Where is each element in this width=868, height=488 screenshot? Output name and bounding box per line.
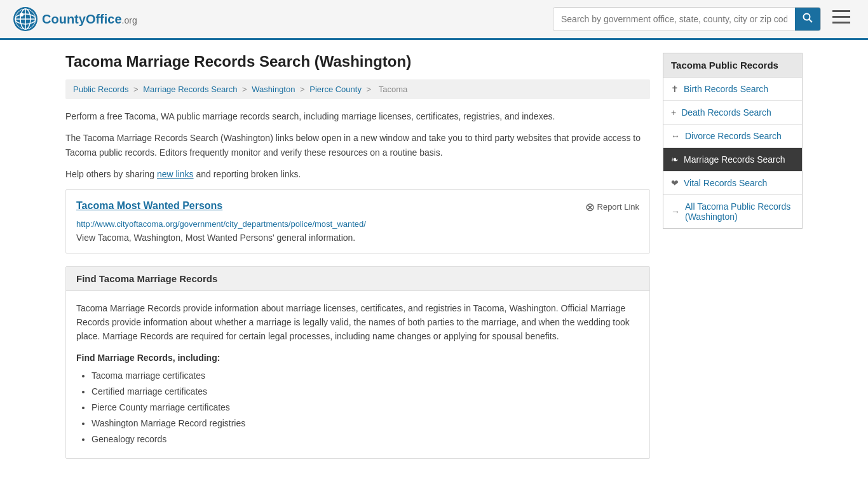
list-item: Tacoma marriage certificates — [92, 368, 639, 384]
record-title[interactable]: Tacoma Most Wanted Persons — [76, 200, 222, 212]
description-1: Perform a free Tacoma, WA public marriag… — [65, 109, 650, 123]
arrow-icon: → — [671, 207, 680, 217]
logo-area: CountyOffice.org — [13, 6, 137, 32]
list-item: Washington Marriage Record registries — [92, 416, 639, 431]
list-item: Genealogy records — [92, 431, 639, 447]
sidebar-item-vital-records: ❤ Vital Records Search — [663, 172, 802, 195]
rings-icon: ❧ — [671, 154, 679, 165]
find-section-body: Tacoma Marriage Records provide informat… — [66, 291, 649, 458]
arrows-icon: ↔ — [671, 131, 680, 141]
hamburger-icon — [832, 10, 850, 24]
breadcrumb-sep-1: > — [133, 85, 140, 94]
plus-icon: + — [671, 107, 676, 118]
list-item: Certified marriage certificates — [92, 384, 639, 400]
svg-line-8 — [809, 19, 812, 22]
report-link-button[interactable]: ⊗ Report Link — [585, 200, 639, 214]
person-icon: ✝ — [671, 84, 679, 94]
breadcrumb-sep-3: > — [300, 85, 307, 94]
site-header: CountyOffice.org — [0, 0, 868, 40]
sidebar-list: ✝ Birth Records Search + Death Records S… — [663, 77, 803, 229]
sidebar-link-birth-records[interactable]: ✝ Birth Records Search — [663, 78, 802, 100]
breadcrumb: Public Records > Marriage Records Search… — [65, 79, 650, 99]
main-container: Tacoma Marriage Records Search (Washingt… — [53, 40, 815, 471]
record-header: Tacoma Most Wanted Persons ⊗ Report Link — [76, 200, 639, 214]
search-button[interactable] — [795, 8, 820, 30]
heart-icon: ❤ — [671, 178, 679, 188]
breadcrumb-sep-4: > — [367, 85, 374, 94]
breadcrumb-marriage-records-search[interactable]: Marriage Records Search — [143, 85, 237, 94]
sidebar-item-death-records: + Death Records Search — [663, 101, 802, 125]
breadcrumb-pierce-county[interactable]: Pierce County — [309, 85, 362, 94]
find-section-header: Find Tacoma Marriage Records — [66, 267, 649, 291]
list-item: Pierce County marriage certificates — [92, 400, 639, 416]
record-description: View Tacoma, Washington, Most Wanted Per… — [76, 233, 639, 243]
record-entry: Tacoma Most Wanted Persons ⊗ Report Link… — [65, 189, 650, 254]
sidebar-item-divorce-records: ↔ Divorce Records Search — [663, 125, 802, 148]
content-area: Tacoma Marriage Records Search (Washingt… — [65, 53, 650, 459]
breadcrumb-tacoma: Tacoma — [379, 85, 408, 94]
header-right — [553, 7, 855, 31]
report-link-icon: ⊗ — [585, 200, 595, 214]
sidebar-title: Tacoma Public Records — [663, 53, 803, 77]
sidebar: Tacoma Public Records ✝ Birth Records Se… — [663, 53, 803, 459]
find-list: Tacoma marriage certificates Certified m… — [76, 368, 639, 448]
sidebar-item-all-records: → All Tacoma Public Records (Washington) — [663, 195, 802, 228]
find-section: Find Tacoma Marriage Records Tacoma Marr… — [65, 266, 650, 459]
svg-point-6 — [20, 13, 24, 17]
breadcrumb-sep-2: > — [242, 85, 249, 94]
breadcrumb-washington[interactable]: Washington — [252, 85, 295, 94]
menu-button[interactable] — [827, 8, 855, 30]
new-links-link[interactable]: new links — [157, 169, 194, 179]
page-title: Tacoma Marriage Records Search (Washingt… — [65, 53, 650, 71]
svg-rect-11 — [832, 22, 850, 24]
description-2: The Tacoma Marriage Records Search (Wash… — [65, 131, 650, 159]
search-input[interactable] — [553, 9, 795, 29]
sidebar-link-all-records[interactable]: → All Tacoma Public Records (Washington) — [663, 195, 802, 228]
find-label: Find Marriage Records, including: — [76, 353, 639, 363]
sidebar-link-divorce-records[interactable]: ↔ Divorce Records Search — [663, 125, 802, 147]
svg-rect-10 — [832, 16, 850, 18]
breadcrumb-public-records[interactable]: Public Records — [73, 85, 128, 94]
logo-icon — [13, 6, 38, 32]
logo-text: CountyOffice.org — [42, 12, 137, 27]
find-section-description: Tacoma Marriage Records provide informat… — [76, 301, 639, 344]
search-bar — [553, 7, 821, 31]
sidebar-link-death-records[interactable]: + Death Records Search — [663, 101, 802, 124]
record-url[interactable]: http://www.cityoftacoma.org/government/c… — [76, 219, 639, 229]
sidebar-item-birth-records: ✝ Birth Records Search — [663, 78, 802, 101]
sidebar-link-marriage-records[interactable]: ❧ Marriage Records Search — [663, 148, 802, 171]
sidebar-item-marriage-records: ❧ Marriage Records Search — [663, 148, 802, 172]
description-3: Help others by sharing new links and rep… — [65, 167, 650, 181]
svg-rect-9 — [832, 10, 850, 12]
sidebar-link-vital-records[interactable]: ❤ Vital Records Search — [663, 172, 802, 194]
search-icon — [803, 13, 813, 23]
